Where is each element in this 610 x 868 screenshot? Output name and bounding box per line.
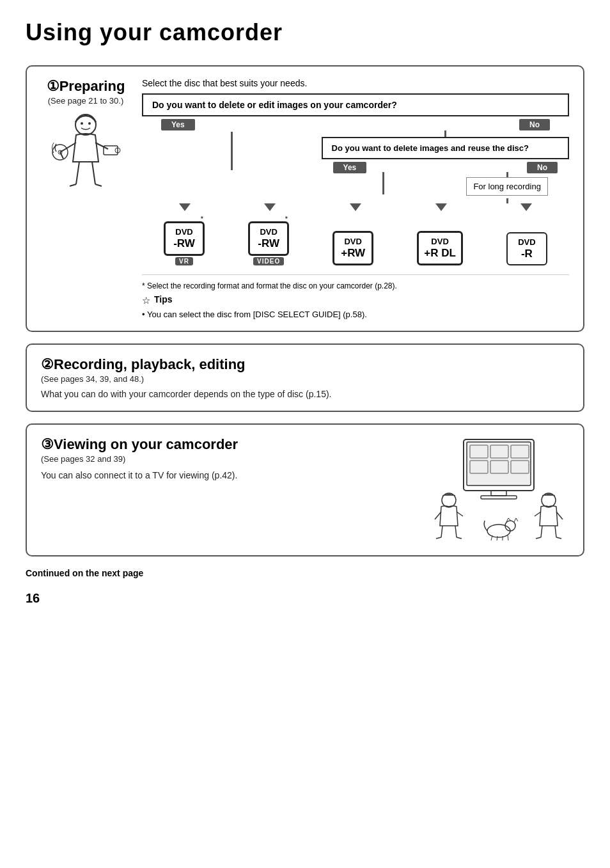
disc-item-r: DVD -R [506,232,547,265]
disc-label-rw-video: DVD -RW [248,221,289,256]
tips-icon: ☆ [142,295,150,306]
section1-sub: (See page 21 to 30.) [48,96,124,106]
svg-rect-16 [481,496,517,499]
tv-illustration [428,436,569,544]
disc-item-rw-video: * DVD -RW VIDEO [248,221,289,265]
disc3-arrow [350,203,361,211]
disc-label-prdl: DVD +R DL [417,231,463,265]
no1-label-group: No [519,119,550,130]
select-disc-text: Select the disc that best suits your nee… [142,78,569,88]
section3-heading: ③Viewing on your camcorder [41,436,416,453]
section1-left: ①Preparing (See page 21 to 30.) [41,78,130,194]
disc3-connector [350,203,361,211]
disc5-connector [520,203,532,211]
disc4-arrow [435,203,447,211]
footnote: * Select the recording format and format… [142,281,569,290]
q2-box: Do you want to delete images and reuse t… [322,137,569,159]
yes1-branch [142,130,322,203]
section2-sub: (See pages 34, 39, and 48.) [41,374,569,384]
section2-body: What you can do with your camcorder depe… [41,389,569,399]
disc2-arrow [264,203,276,211]
section3-inner: ③Viewing on your camcorder (See pages 32… [41,436,569,544]
no1-branch: Do you want to delete images and reuse t… [322,130,569,203]
page-title: Using your camcorder [26,19,584,46]
disc-label-r: DVD -R [506,232,547,265]
svg-point-19 [487,525,510,537]
section1-heading: ①Preparing [47,78,125,95]
section3-box: ③Viewing on your camcorder (See pages 32… [26,423,584,556]
disc2-star: * [285,215,288,223]
svg-point-2 [88,122,91,125]
tips-heading: Tips [154,294,173,304]
disc-item-prdl: DVD +R DL [417,231,463,265]
flowchart: Do you want to delete or edit images on … [142,93,569,265]
tips-section: * Select the recording format and format… [142,274,569,319]
no2-line-bot [506,198,508,203]
section3-text: ③Viewing on your camcorder (See pages 32… [41,436,416,480]
svg-rect-15 [491,491,506,496]
yes1-tag: Yes [161,119,195,130]
section3-sub: (See pages 32 and 39) [41,454,416,464]
section2-heading: ②Recording, playback, editing [41,356,569,373]
disc1-star: * [201,215,203,223]
disc-item-prw: DVD +RW [332,231,373,265]
disc2-badge: VIDEO [253,257,284,265]
disc1-badge: VR [175,257,193,265]
disc-label-prw: DVD +RW [332,231,373,265]
disc2-connector [264,203,276,211]
page-number: 16 [26,591,584,606]
section3-body: You can also connect it to a TV for view… [41,470,416,480]
disc-label-rw-vr: DVD -RW [164,221,205,256]
section2-box: ②Recording, playback, editing (See pages… [26,343,584,412]
yes1-line [231,132,233,170]
disc5-arrow [520,203,532,211]
disc1-connector [179,203,191,211]
disc-item-rw-vr: * DVD -RW VR [164,221,205,265]
svg-rect-8 [467,442,531,485]
tips-bullet: • You can select the disc from [DISC SEL… [142,310,569,319]
continued-text: Continued on the next page [26,568,584,578]
section1-box: ①Preparing (See page 21 to 30.) [26,65,584,332]
yes2-branch [322,172,446,203]
no1-tag: No [519,119,550,130]
no1-line-top [444,130,446,137]
yes1-label-group: Yes [161,119,195,130]
section1-right: Select the disc that best suits your nee… [142,78,569,319]
no2-line-top [506,172,508,177]
disc1-arrow [179,203,191,211]
disc4-connector [435,203,447,211]
yes2-label-group: Yes [333,162,367,172]
svg-point-1 [81,122,83,125]
no2-label-group: No [527,162,558,172]
yes2-line [382,172,384,194]
disc-row: * DVD -RW VR * DVD -RW [142,221,569,265]
q1-box: Do you want to delete or edit images on … [142,93,569,116]
camcorder-illustration [47,111,124,194]
for-long-box: For long recording [466,177,548,196]
no2-branch: For long recording [445,172,569,203]
